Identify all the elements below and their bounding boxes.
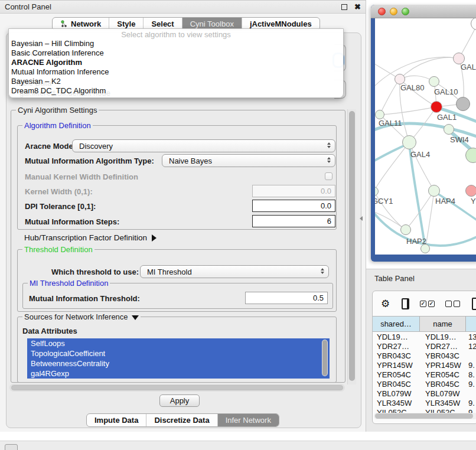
dropdown-placeholder: Select algorithm to view settings xyxy=(9,29,343,39)
dropdown-item-mutual-information[interactable]: Mutual Information Inference xyxy=(9,67,343,77)
network-window-titlebar[interactable] xyxy=(371,5,476,18)
dropdown-item-aracne[interactable]: ARACNE Algorithm xyxy=(9,58,343,67)
unchecked-checkbox-icon xyxy=(454,301,460,307)
cell: 8. xyxy=(466,370,476,380)
sources-title: Sources for Network Inference xyxy=(24,312,128,321)
tab-discretize-data[interactable]: Discretize Data xyxy=(146,414,217,426)
node-gal4[interactable] xyxy=(402,135,416,149)
tab-infer-network[interactable]: Infer Network xyxy=(217,414,279,426)
table-horizontal-scrollbar[interactable] xyxy=(374,413,476,419)
cell: 9 xyxy=(466,408,476,413)
tab-label: Discretize Data xyxy=(154,416,209,425)
panel-splitter-handle[interactable] xyxy=(360,216,363,221)
document-icon[interactable] xyxy=(472,298,476,310)
hub-transcription-factor-header[interactable]: Hub/Transcription Factor Definition xyxy=(24,233,157,242)
dropdown-item-bayesian-hill-climbing[interactable]: Bayesian – Hill Climbing xyxy=(9,39,343,48)
cell: YDL19… xyxy=(420,332,466,342)
cell: YIL052C xyxy=(373,408,420,413)
settings-horizontal-scrollbar[interactable] xyxy=(9,384,345,392)
table-row[interactable]: YBR043C YBR043C xyxy=(373,351,476,361)
cell: 12 xyxy=(466,342,476,351)
data-attributes-list[interactable]: SelfLoops TopologicalCoefficient Between… xyxy=(27,338,330,379)
cell: 9. xyxy=(466,361,476,370)
close-icon[interactable]: ✖ xyxy=(354,4,361,10)
list-item[interactable]: gal4RGexp xyxy=(27,369,330,379)
group-title: Threshold Definition xyxy=(22,245,94,254)
tab-label: Style xyxy=(117,19,135,28)
scrollbar-thumb[interactable] xyxy=(349,111,355,381)
data-attributes-label: Data Attributes xyxy=(22,327,77,335)
column-header-name[interactable]: name xyxy=(420,317,466,331)
dropdown-item-bayesian-k2[interactable]: Bayesian – K2 xyxy=(9,77,343,86)
cell: YDL19… xyxy=(373,332,420,342)
status-strip xyxy=(0,441,476,450)
column-header-partial[interactable] xyxy=(466,317,476,331)
algorithm-dropdown-popup: Inference Algorithm Table Data gal:filte… xyxy=(8,28,344,98)
bottom-corner-button[interactable] xyxy=(5,444,18,450)
float-icon[interactable] xyxy=(341,4,347,10)
list-scrollbar[interactable] xyxy=(322,340,328,376)
kernel-width-label: Kernel Width (0,1): xyxy=(25,187,93,196)
aracne-mode-label: Aracne Mode: xyxy=(25,142,76,151)
node-gal11[interactable] xyxy=(375,110,384,119)
aracne-mode-combo[interactable]: Discovery xyxy=(72,139,335,152)
node-hap2[interactable] xyxy=(400,224,411,235)
table-panel-title: Table Panel xyxy=(374,274,415,283)
aracne-mode-value: Discovery xyxy=(79,142,113,151)
select-all-icon[interactable]: ✓ ✓ xyxy=(420,301,435,307)
gear-icon[interactable]: ⚙ xyxy=(381,299,390,309)
which-threshold-combo[interactable]: MI Threshold xyxy=(140,265,329,278)
node-salmon[interactable] xyxy=(465,185,476,197)
table-rows: YDL19… YDL19… 13 YDR27… YDR27… 12 YBR043… xyxy=(373,332,476,413)
cell: 9. xyxy=(466,380,476,389)
network-canvas[interactable]: GAL GAL80 GAL10 GAL1 GAL11 SWI4 GAL4 GCY… xyxy=(375,18,476,255)
node-gray[interactable] xyxy=(456,97,470,111)
deselect-all-icon[interactable] xyxy=(445,301,460,307)
node-swi4[interactable] xyxy=(444,124,454,135)
sources-header[interactable]: Sources for Network Inference xyxy=(22,312,141,321)
mi-algorithm-type-value: Naive Bayes xyxy=(169,156,212,165)
table-row[interactable]: YBR045C YBR045C 9. xyxy=(373,380,476,389)
node-label: GAL80 xyxy=(400,83,424,92)
kernel-width-field[interactable] xyxy=(252,185,335,197)
node-gal1-red[interactable] xyxy=(431,101,442,113)
cell xyxy=(466,351,476,361)
table-row[interactable]: YBL079W YBL079W xyxy=(373,389,476,399)
minimize-traffic-light-icon[interactable] xyxy=(390,8,397,15)
scrollbar-thumb[interactable] xyxy=(11,385,343,390)
list-item[interactable]: BetweennessCentrality xyxy=(27,358,330,369)
mi-threshold-definition-group: MI Threshold Definition Mutual Informati… xyxy=(22,283,333,309)
node-gal10[interactable] xyxy=(429,76,439,87)
manual-kernel-width-checkbox[interactable] xyxy=(325,172,332,180)
group-title: Algorithm Definition xyxy=(22,121,93,130)
panel-title: Control Panel xyxy=(5,2,341,11)
settings-vertical-scrollbar[interactable] xyxy=(347,109,356,384)
node-label: GAL xyxy=(461,63,476,71)
scrollbar-thumb[interactable] xyxy=(322,340,327,376)
table-row[interactable]: YLR345W YLR345W 9. xyxy=(373,399,476,408)
scrollbar-thumb[interactable] xyxy=(375,413,473,419)
node-hap4[interactable] xyxy=(428,185,440,197)
mi-algorithm-type-combo[interactable]: Naive Bayes xyxy=(162,154,335,167)
node-label: HAP4 xyxy=(435,197,455,206)
column-header-shared-name[interactable]: shared… xyxy=(373,317,420,331)
table-row[interactable]: YDR27… YDR27… 12 xyxy=(373,342,476,351)
mi-threshold-field[interactable] xyxy=(245,292,328,304)
close-traffic-light-icon[interactable] xyxy=(378,8,386,15)
list-item[interactable]: TopologicalCoefficient xyxy=(27,348,330,358)
table-row[interactable]: YIL052C YIL052C 9 xyxy=(373,408,476,413)
mi-steps-field[interactable] xyxy=(252,215,335,227)
table-row[interactable]: YDL19… YDL19… 13 xyxy=(373,332,476,342)
zoom-traffic-light-icon[interactable] xyxy=(402,8,409,15)
dpi-tolerance-field[interactable] xyxy=(252,200,335,212)
table-toolbar: ⚙ ✓ ✓ xyxy=(373,291,476,316)
tab-impute-data[interactable]: Impute Data xyxy=(87,414,146,426)
stepper-icon xyxy=(327,142,331,148)
tab-label: Infer Network xyxy=(226,416,271,425)
node-label: SWI4 xyxy=(450,135,469,144)
table-row[interactable]: YER054C YER054C 8. xyxy=(373,370,476,380)
table-row[interactable]: YPR145W YPR145W 9. xyxy=(373,361,476,370)
split-columns-icon[interactable] xyxy=(402,298,409,309)
apply-button[interactable]: Apply xyxy=(159,394,200,407)
list-item[interactable]: SelfLoops xyxy=(27,338,330,348)
